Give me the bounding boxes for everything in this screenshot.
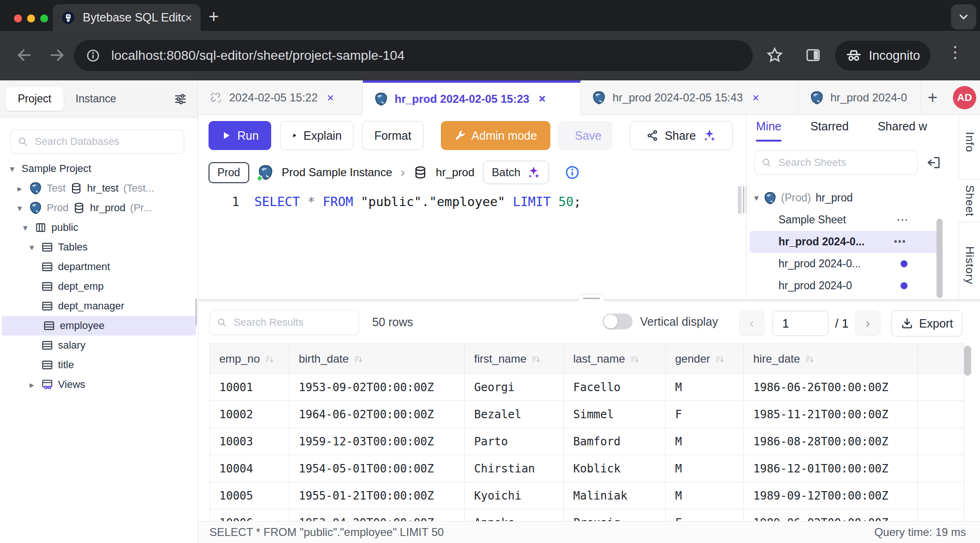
cell-first_name[interactable]: Parto: [465, 428, 564, 455]
tree-group-tables[interactable]: ▾Tables: [0, 237, 198, 257]
address-bar[interactable]: localhost:8080/sql-editor/sheet/project-…: [74, 40, 753, 71]
editor-tab-3[interactable]: hr_prod 2024-0: [799, 80, 921, 115]
tree-item-table-department[interactable]: department: [0, 257, 198, 277]
cell-first_name[interactable]: Kyoichi: [465, 482, 564, 509]
cell-gender[interactable]: F: [666, 509, 744, 522]
sheet-group[interactable]: ▾ (Prod) hr_prod: [747, 187, 943, 209]
sheet-item-menu-icon[interactable]: ⋯: [894, 235, 907, 249]
column-header-gender[interactable]: gender: [666, 344, 744, 374]
avatar[interactable]: AD: [953, 86, 976, 109]
rail-tab-sheet[interactable]: Sheet: [958, 179, 980, 222]
cell-gender[interactable]: M: [666, 482, 744, 509]
forward-icon[interactable]: [49, 47, 65, 64]
database-search-input[interactable]: [34, 135, 177, 148]
tree-item-schema-public[interactable]: ▾public: [0, 218, 198, 237]
rail-tab-info[interactable]: Info: [959, 120, 980, 164]
close-tab-icon[interactable]: ×: [752, 91, 759, 105]
tree-item-database-hr_test[interactable]: ▸Testhr_test (Test...: [0, 179, 198, 198]
close-tab-icon[interactable]: ×: [327, 91, 334, 105]
sheet-panel-tab-mine[interactable]: Mine: [756, 120, 781, 142]
cell-gender[interactable]: M: [666, 374, 744, 401]
database-search[interactable]: [10, 129, 184, 154]
prev-page-button[interactable]: ‹: [739, 311, 764, 336]
sheet-panel-tab-shared-w[interactable]: Shared w: [878, 120, 927, 142]
cell-emp_no[interactable]: 10001: [210, 374, 289, 401]
column-header-emp_no[interactable]: emp_no: [210, 344, 289, 374]
admin-mode-button[interactable]: Admin mode: [441, 121, 550, 150]
sheet-item-menu-icon[interactable]: ⋯: [896, 213, 909, 227]
sheet-item-0[interactable]: Sample Sheet⋯: [747, 209, 943, 231]
sidebar-resize-handle[interactable]: [195, 298, 197, 325]
browser-tab[interactable]: Bytebase SQL Editor ×: [53, 4, 201, 31]
results-search[interactable]: [209, 310, 359, 335]
tree-item-table-employee[interactable]: employee: [2, 316, 196, 336]
tree-item-project[interactable]: ▾Sample Project: [0, 159, 198, 179]
column-header-hire_date[interactable]: hire_date: [744, 344, 918, 374]
editor-tab-0[interactable]: 2024-02-05 15:22×: [198, 80, 363, 115]
cell-last_name[interactable]: Preusig: [564, 509, 666, 522]
mac-zoom-button[interactable]: [40, 14, 48, 22]
cell-birth_date[interactable]: 1954-05-01T00:00:00Z: [289, 455, 465, 482]
editor-tab-1[interactable]: hr_prod 2024-02-05 15:23×: [363, 80, 581, 115]
cell-first_name[interactable]: Bezalel: [465, 401, 564, 428]
cell-last_name[interactable]: Bamford: [564, 428, 666, 455]
sheet-item-1[interactable]: hr_prod 2024-0...⋯: [749, 231, 940, 253]
site-info-icon[interactable]: [86, 49, 100, 63]
cell-hire_date[interactable]: 1986-12-01T00:00:00Z: [744, 455, 918, 482]
vertical-display-toggle[interactable]: [603, 314, 633, 329]
cell-emp_no[interactable]: 10005: [210, 482, 289, 509]
cell-last_name[interactable]: Koblick: [564, 455, 666, 482]
batch-button[interactable]: Batch: [483, 161, 549, 184]
cell-last_name[interactable]: Simmel: [564, 401, 666, 428]
tree-item-database-hr_prod[interactable]: ▾Prodhr_prod (Pr...: [0, 198, 198, 218]
mac-minimize-button[interactable]: [27, 14, 35, 22]
back-icon[interactable]: [16, 47, 33, 64]
sheet-list-scrollbar[interactable]: [937, 219, 943, 298]
share-button[interactable]: Share: [630, 121, 733, 150]
cell-birth_date[interactable]: 1959-12-03T00:00:00Z: [289, 428, 465, 455]
side-panel-icon[interactable]: [805, 47, 821, 63]
cell-hire_date[interactable]: 1985-11-21T00:00:00Z: [744, 401, 918, 428]
cell-first_name[interactable]: Anneke: [465, 509, 564, 522]
cell-emp_no[interactable]: 10006: [210, 509, 289, 522]
sheet-search-input[interactable]: [778, 156, 911, 169]
rail-tab-history[interactable]: History: [959, 235, 980, 296]
sheet-panel-tab-starred[interactable]: Starred: [810, 120, 849, 142]
environment-badge[interactable]: Prod: [209, 162, 249, 183]
sheet-item-2[interactable]: hr_prod 2024-0...: [747, 253, 943, 275]
panel-resize-handle[interactable]: [743, 186, 744, 213]
collapse-panel-icon[interactable]: [926, 155, 941, 170]
cell-hire_date[interactable]: 1986-08-28T00:00:00Z: [744, 428, 918, 455]
cell-emp_no[interactable]: 10003: [210, 428, 289, 455]
sheet-item-3[interactable]: hr_prod 2024-0: [747, 275, 943, 297]
cell-gender[interactable]: M: [666, 428, 744, 455]
column-header-birth_date[interactable]: birth_date: [289, 344, 465, 374]
cell-emp_no[interactable]: 10004: [210, 455, 289, 482]
cell-hire_date[interactable]: 1989-06-02T00:00:00Z: [744, 509, 918, 522]
cell-gender[interactable]: F: [666, 401, 744, 428]
tab-close-icon[interactable]: ×: [185, 12, 192, 24]
cell-birth_date[interactable]: 1955-01-21T00:00:00Z: [289, 482, 465, 509]
sheet-search[interactable]: [754, 150, 918, 175]
cell-birth_date[interactable]: 1953-04-20T00:00:00Z: [289, 509, 465, 522]
close-tab-icon[interactable]: ×: [539, 92, 546, 106]
column-header-first_name[interactable]: first_name: [465, 344, 564, 374]
cell-first_name[interactable]: Chirstian: [465, 455, 564, 482]
column-header-last_name[interactable]: last_name: [564, 344, 666, 374]
cell-gender[interactable]: M: [666, 455, 744, 482]
cell-birth_date[interactable]: 1953-09-02T00:00:00Z: [289, 374, 465, 401]
new-tab-button[interactable]: +: [209, 7, 219, 27]
next-page-button[interactable]: ›: [855, 311, 880, 336]
cell-hire_date[interactable]: 1986-06-26T00:00:00Z: [744, 374, 918, 401]
tree-item-table-salary[interactable]: salary: [0, 336, 198, 355]
tab-instance[interactable]: Instance: [64, 87, 129, 111]
tree-group-views[interactable]: ▸Views: [0, 375, 198, 394]
bookmark-star-icon[interactable]: [766, 46, 784, 64]
cell-last_name[interactable]: Maliniak: [564, 482, 666, 509]
sql-editor[interactable]: 1 SELECT * FROM "public"."employee" LIMI…: [198, 189, 746, 299]
explain-button[interactable]: Explain: [280, 121, 353, 150]
tree-item-table-dept_manager[interactable]: dept_manager: [0, 296, 198, 316]
instance-name[interactable]: Prod Sample Instance: [282, 166, 392, 179]
tab-project[interactable]: Project: [6, 87, 64, 111]
page-input[interactable]: [772, 311, 829, 336]
